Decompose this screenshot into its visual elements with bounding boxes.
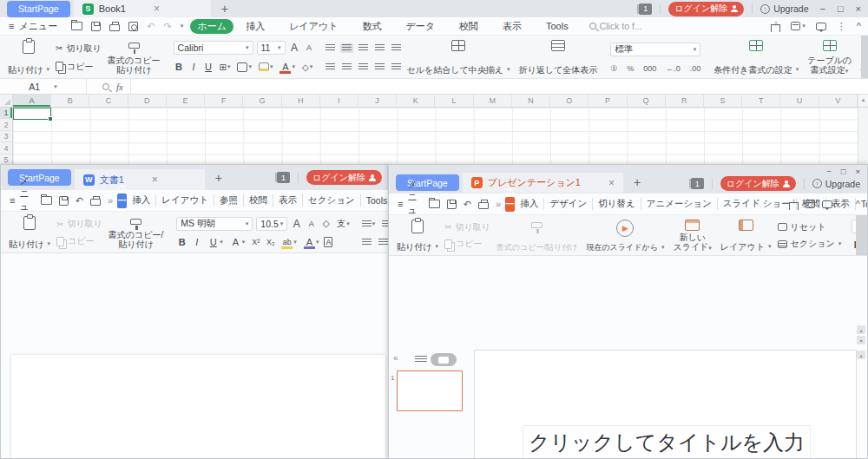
- new-slide-button[interactable]: 新しいスライド▾: [668, 218, 715, 253]
- cut-button[interactable]: ✂切り取り: [444, 221, 490, 233]
- ribbon-tab[interactable]: アニメーション: [641, 198, 718, 210]
- ribbon-tab[interactable]: 校閲: [447, 20, 490, 33]
- borders-button[interactable]: ⊞▾: [218, 62, 233, 73]
- column-header[interactable]: S: [704, 95, 742, 107]
- close-window-button[interactable]: ×: [856, 3, 861, 14]
- align-middle-button[interactable]: [340, 43, 353, 53]
- upgrade-button[interactable]: ↑Upgrade: [760, 3, 808, 14]
- close-tab-icon[interactable]: ×: [152, 174, 158, 186]
- more-commands-icon[interactable]: »: [496, 199, 501, 209]
- column-header[interactable]: M: [474, 95, 512, 107]
- copy-button[interactable]: コピー: [56, 61, 102, 73]
- justify-button[interactable]: [373, 62, 386, 72]
- collapse-ribbon-icon[interactable]: ^: [857, 21, 861, 31]
- more-options-icon[interactable]: ⋮: [837, 21, 846, 32]
- print-icon[interactable]: [90, 199, 101, 206]
- column-header[interactable]: R: [666, 95, 704, 107]
- tab-home[interactable]: ホーム: [505, 197, 515, 212]
- column-header[interactable]: N: [512, 95, 550, 107]
- align-center-button[interactable]: [340, 62, 353, 72]
- ribbon-tab[interactable]: データ: [393, 20, 447, 33]
- font-color-button[interactable]: A▾: [302, 235, 321, 249]
- ribbon-tab[interactable]: セクション: [303, 194, 361, 207]
- slide-canvas[interactable]: クリックしてタイトルを入力 クリックしてサブタイトルを入力: [474, 350, 857, 459]
- minimize-button[interactable]: −: [819, 3, 825, 14]
- cell-style-button[interactable]: ▾: [235, 62, 253, 73]
- wrap-text-button[interactable]: 折り返して全体表示: [514, 38, 602, 76]
- ribbon-tab[interactable]: 挿入: [127, 194, 156, 207]
- bold-button[interactable]: B: [176, 236, 187, 248]
- highlight-button[interactable]: ab▾: [279, 235, 299, 249]
- ribbon-tab[interactable]: 校閲: [244, 194, 273, 207]
- font-size-select[interactable]: 10.5▾: [256, 217, 287, 231]
- column-header[interactable]: F: [205, 95, 243, 107]
- italic-button[interactable]: I: [188, 61, 200, 73]
- align-bottom-button[interactable]: [357, 43, 370, 53]
- row-header[interactable]: 1: [0, 108, 12, 119]
- conditional-format-button[interactable]: 条件付き書式の設定▾: [709, 38, 803, 76]
- logout-button[interactable]: ログイン解除: [668, 2, 744, 16]
- undo-icon[interactable]: ↶: [464, 199, 471, 210]
- copy-button[interactable]: コピー: [56, 235, 102, 247]
- shrink-font-button[interactable]: A: [306, 218, 317, 230]
- column-header[interactable]: J: [358, 95, 397, 107]
- window-count-badge[interactable]: 1: [639, 3, 652, 15]
- main-menu-button[interactable]: ≡メニュー: [0, 20, 64, 33]
- calendar-icon[interactable]: [806, 200, 815, 208]
- column-header[interactable]: V: [819, 95, 858, 107]
- format-painter-button[interactable]: 書式のコピー貼り付け: [103, 38, 165, 76]
- selected-cell-a1[interactable]: [13, 108, 51, 120]
- column-header[interactable]: H: [282, 95, 320, 107]
- column-header[interactable]: D: [128, 95, 167, 107]
- column-header[interactable]: I: [320, 95, 358, 107]
- row-header[interactable]: 4: [0, 142, 12, 154]
- underline-button[interactable]: U▾: [206, 235, 225, 249]
- format-painter-button[interactable]: 書式のコピー/貼り付け: [104, 214, 168, 251]
- column-header[interactable]: B: [51, 95, 89, 107]
- increase-indent-button[interactable]: [390, 43, 403, 53]
- text-tool-button[interactable]: 支▾: [335, 217, 352, 231]
- vertical-scrollbar[interactable]: ▴: [858, 95, 868, 107]
- subscript-button[interactable]: X₂: [265, 236, 276, 248]
- ribbon-tab[interactable]: 参照: [214, 194, 244, 207]
- italic-button[interactable]: I: [191, 236, 202, 248]
- search-box[interactable]: Click to f...: [589, 21, 642, 31]
- insert-function-icon[interactable]: [102, 83, 109, 90]
- new-tab-button[interactable]: +: [634, 175, 641, 189]
- number-format-button[interactable]: %: [627, 64, 634, 73]
- paste-button[interactable]: 貼り付け▾: [392, 218, 443, 253]
- number-format-button[interactable]: ①: [610, 64, 617, 73]
- comment-icon[interactable]: [822, 200, 832, 208]
- close-tab-icon[interactable]: ×: [608, 177, 615, 189]
- next-slide-button[interactable]: ▾: [857, 336, 865, 344]
- merge-center-button[interactable]: セルを結合して中央揃え▾: [403, 38, 515, 76]
- print-preview-icon[interactable]: [128, 22, 138, 31]
- open-icon[interactable]: [429, 200, 440, 208]
- underline-button[interactable]: U: [203, 61, 214, 73]
- column-header[interactable]: G: [243, 95, 281, 107]
- undo-icon[interactable]: ↶: [147, 21, 155, 32]
- comment-icon[interactable]: [816, 23, 826, 30]
- paste-button[interactable]: 貼り付け▾: [4, 214, 55, 251]
- vertical-scrollbar-track[interactable]: [858, 108, 868, 168]
- paste-button[interactable]: 貼り付け▾: [3, 38, 54, 76]
- tab-document1[interactable]: W 文書1 ×: [75, 169, 205, 190]
- ribbon-tab[interactable]: 数式: [350, 20, 393, 33]
- ribbon-tab[interactable]: 挿入: [233, 20, 277, 33]
- number-format-select[interactable]: 標準▾: [610, 43, 700, 56]
- save-icon[interactable]: [59, 196, 69, 206]
- ribbon-tab[interactable]: スライド ショー: [718, 198, 797, 210]
- layout-button[interactable]: レイアウト▾: [716, 218, 776, 253]
- tab-home[interactable]: ホーム: [117, 193, 127, 208]
- reset-button[interactable]: リセット: [778, 221, 842, 233]
- char-border-button[interactable]: A: [324, 237, 332, 247]
- print-icon[interactable]: [478, 202, 489, 209]
- document-page[interactable]: ▾: [11, 355, 385, 459]
- superscript-button[interactable]: X²: [250, 236, 261, 248]
- cut-button[interactable]: ✂切り取り: [56, 43, 102, 55]
- column-header[interactable]: E: [167, 95, 205, 107]
- collapse-panel-icon[interactable]: «: [393, 353, 398, 363]
- align-right-button[interactable]: [357, 62, 370, 72]
- font-name-select[interactable]: Calibri▾: [174, 41, 253, 55]
- bold-button[interactable]: B: [174, 61, 185, 73]
